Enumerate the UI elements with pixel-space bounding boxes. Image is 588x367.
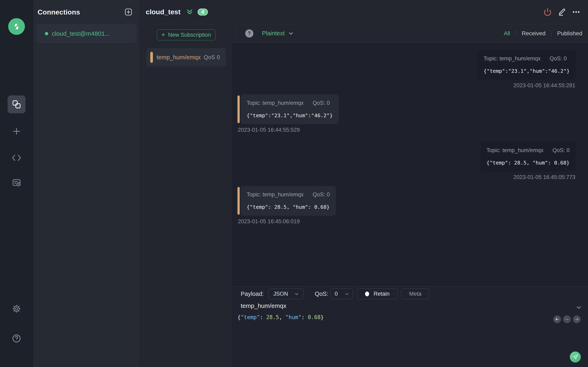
sidebar-item-log[interactable] bbox=[8, 174, 26, 192]
connections-title: Connections bbox=[38, 8, 80, 16]
message-direction-tabs: All Received Published bbox=[504, 30, 582, 37]
message-published: Topic: temp_hum/emqx QoS: 0 {"temp":"23.… bbox=[477, 50, 576, 89]
message-qos: QoS: 0 bbox=[553, 147, 570, 154]
message-topic: Topic: temp_hum/emqx bbox=[247, 100, 303, 106]
message-qos: QoS: 0 bbox=[312, 100, 330, 106]
topic-color-bar bbox=[237, 95, 240, 123]
tab-divider bbox=[551, 30, 552, 37]
messages-area: ? Plaintext All Received bbox=[233, 24, 588, 367]
mqttx-app: Connections cloud_test@m4801... cloud_te… bbox=[0, 0, 588, 367]
payload-label: Payload: bbox=[241, 291, 264, 297]
plus-square-icon bbox=[125, 8, 132, 16]
chevron-down-icon bbox=[294, 291, 299, 297]
connections-icon bbox=[12, 100, 21, 109]
message-timestamp: 2023-01-05 16:45:06:019 bbox=[237, 218, 336, 225]
publish-panel: Payload: JSON QoS: 0 bbox=[233, 286, 588, 367]
disconnect-button[interactable] bbox=[543, 8, 552, 17]
qos-label: QoS: bbox=[315, 291, 328, 297]
message-qos: QoS: 0 bbox=[312, 192, 330, 198]
message-topic: Topic: temp_hum/emqx bbox=[486, 147, 544, 154]
message-card: Topic: temp_hum/emqx QoS: 0 {"temp": 28.… bbox=[480, 142, 576, 171]
message-received: Topic: temp_hum/emqx QoS: 0 {"temp":"23.… bbox=[237, 94, 339, 133]
chevron-down-icon bbox=[288, 30, 294, 36]
retain-toggle[interactable]: Retain bbox=[357, 289, 398, 299]
message-topic: Topic: temp_hum/emqx bbox=[484, 55, 541, 62]
gear-icon bbox=[12, 304, 21, 313]
message-timestamp: 2023-01-05 16:45:05:773 bbox=[480, 174, 576, 180]
question-circle-icon bbox=[12, 334, 21, 343]
message-card: Topic: temp_hum/emqx QoS: 0 {"temp": 28.… bbox=[241, 186, 336, 216]
connection-header-bar: cloud_test 4 bbox=[140, 0, 588, 24]
main-region: cloud_test 4 bbox=[140, 0, 588, 367]
collapse-editor-button[interactable] bbox=[575, 304, 582, 311]
qos-selected: 0 bbox=[335, 291, 338, 297]
arrow-left-icon bbox=[555, 317, 559, 322]
connection-item[interactable]: cloud_test@m4801... bbox=[36, 24, 137, 43]
subscription-qos: QoS 0 bbox=[204, 54, 220, 60]
message-received: Topic: temp_hum/emqx QoS: 0 {"temp": 28.… bbox=[237, 186, 336, 225]
chevron-down-icon bbox=[345, 292, 349, 296]
settings-button[interactable] bbox=[8, 300, 26, 318]
history-clear-button[interactable] bbox=[563, 315, 571, 323]
sidebar-item-new-connection[interactable] bbox=[8, 122, 26, 140]
pencil-icon bbox=[558, 8, 566, 16]
topic-input[interactable]: temp_hum/emqx bbox=[241, 302, 570, 309]
message-timestamp: 2023-01-05 16:44:55:281 bbox=[477, 82, 576, 89]
message-qos: QoS: 0 bbox=[550, 55, 567, 62]
payload-format-select[interactable]: JSON bbox=[268, 289, 303, 299]
message-published: Topic: temp_hum/emqx QoS: 0 {"temp": 28.… bbox=[480, 142, 576, 180]
subscription-color-bar bbox=[150, 52, 153, 63]
connections-panel: Connections cloud_test@m4801... bbox=[33, 0, 140, 367]
help-button[interactable] bbox=[8, 329, 26, 347]
arrow-right-icon bbox=[575, 317, 579, 322]
message-payload: {"temp":"23.1","hum":"46.2"} bbox=[484, 68, 570, 74]
message-payload: {"temp": 28.5, "hum": 0.68} bbox=[486, 160, 570, 166]
tab-all[interactable]: All bbox=[504, 30, 510, 37]
message-filter-bar: ? Plaintext All Received bbox=[233, 24, 588, 43]
chevron-down-icon bbox=[575, 304, 582, 311]
send-button[interactable] bbox=[570, 351, 581, 363]
add-connection-button[interactable] bbox=[124, 8, 132, 16]
ellipsis-icon bbox=[572, 8, 580, 16]
retain-label: Retain bbox=[374, 291, 389, 297]
plus-icon bbox=[12, 127, 21, 135]
topic-color-bar bbox=[237, 187, 240, 215]
connection-name: cloud_test@m4801... bbox=[52, 30, 110, 37]
history-forward-button[interactable] bbox=[573, 315, 581, 323]
payload-format-dropdown[interactable]: Plaintext bbox=[262, 30, 294, 37]
publish-controls: Payload: JSON QoS: 0 bbox=[241, 289, 580, 299]
format-help-icon[interactable]: ? bbox=[245, 29, 253, 38]
double-chevron-down-icon[interactable] bbox=[186, 8, 194, 16]
subscription-topic: temp_hum/emqx bbox=[156, 54, 201, 61]
page-title: cloud_test bbox=[146, 8, 181, 16]
new-subscription-label: New Subscription bbox=[168, 32, 211, 38]
message-timestamp: 2023-01-05 16:44:55:529 bbox=[237, 127, 339, 133]
plus-icon: + bbox=[162, 31, 165, 38]
meta-button[interactable]: Meta bbox=[401, 289, 429, 299]
retain-dot-icon bbox=[365, 292, 369, 296]
edit-connection-button[interactable] bbox=[557, 8, 566, 17]
power-icon bbox=[544, 8, 552, 16]
history-back-button[interactable] bbox=[553, 315, 561, 323]
sidebar-item-connections[interactable] bbox=[8, 95, 26, 113]
payload-format-selected: JSON bbox=[273, 291, 288, 297]
payload-format-value: Plaintext bbox=[262, 30, 285, 37]
new-subscription-button[interactable]: + New Subscription bbox=[157, 29, 216, 40]
connection-status-dot bbox=[45, 32, 48, 35]
code-icon bbox=[12, 154, 21, 162]
subscription-item[interactable]: temp_hum/emqx QoS 0 bbox=[146, 48, 226, 67]
minus-icon bbox=[565, 317, 569, 322]
paper-plane-icon bbox=[572, 354, 578, 360]
tab-received[interactable]: Received bbox=[522, 30, 545, 37]
log-icon bbox=[12, 178, 21, 187]
sidebar-item-script[interactable] bbox=[8, 149, 26, 167]
payload-editor[interactable]: {"temp": 28.5, "hum": 0.68} bbox=[237, 314, 324, 320]
app-sidebar bbox=[0, 0, 33, 367]
message-payload: {"temp":"23.1","hum":"46.2"} bbox=[247, 113, 333, 119]
qos-select[interactable]: 0 bbox=[330, 289, 353, 299]
subscriptions-panel: + New Subscription temp_hum/emqx QoS 0 bbox=[140, 24, 233, 367]
history-nav bbox=[553, 315, 581, 323]
more-options-button[interactable] bbox=[572, 8, 581, 17]
tab-published[interactable]: Published bbox=[557, 30, 582, 37]
content: + New Subscription temp_hum/emqx QoS 0 ?… bbox=[140, 24, 588, 367]
